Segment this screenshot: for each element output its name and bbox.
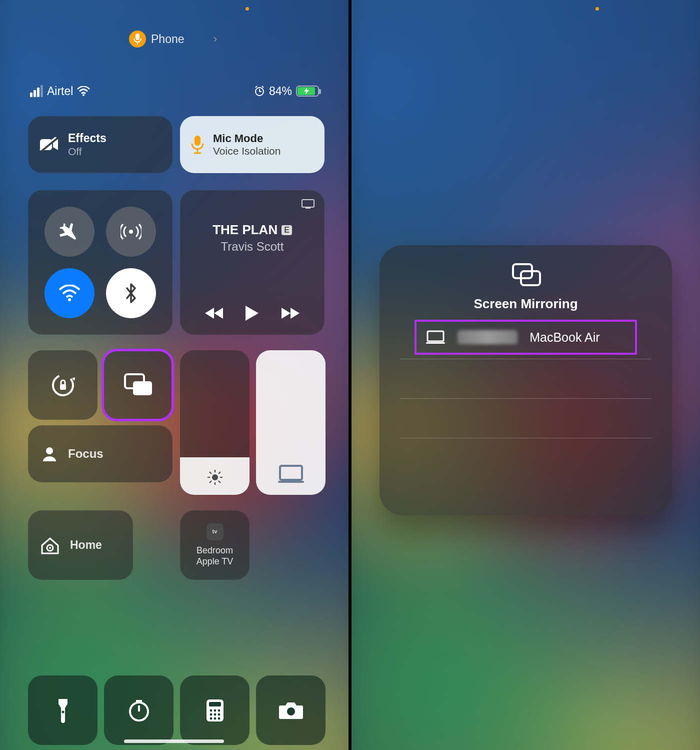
media-artist: Travis Scott: [190, 240, 314, 254]
screen-mirroring-sheet: Screen Mirroring MacBook Air: [380, 245, 672, 515]
battery-percent: 84%: [269, 85, 292, 98]
quick-actions-row: [28, 675, 326, 745]
panel-screen-mirroring: Screen Mirroring MacBook Air: [352, 0, 700, 750]
svg-point-51: [287, 707, 295, 715]
camera-button[interactable]: [256, 675, 326, 745]
active-app-pill[interactable]: Phone ›: [127, 29, 222, 49]
svg-rect-17: [306, 208, 310, 209]
focus-tile[interactable]: Focus: [28, 425, 172, 482]
airplane-toggle[interactable]: [44, 207, 94, 257]
svg-rect-31: [280, 466, 302, 480]
rewind-button[interactable]: [205, 307, 225, 320]
effects-tile[interactable]: Effects Off: [28, 116, 172, 173]
effects-sub: Off: [68, 145, 106, 158]
svg-point-50: [218, 717, 220, 719]
battery-icon: [296, 86, 319, 97]
laptop-output-icon: [256, 464, 326, 484]
home-icon: [40, 535, 60, 555]
svg-point-2: [82, 94, 84, 96]
mic-mode-sub: Voice Isolation: [213, 145, 280, 157]
carrier-label: Airtel: [47, 85, 73, 98]
sun-icon: [180, 469, 250, 486]
wifi-toggle[interactable]: [44, 268, 94, 318]
sheet-title: Screen Mirroring: [474, 296, 578, 312]
cellular-icon: [30, 85, 43, 97]
screen-mirroring-icon: [123, 373, 153, 397]
mic-mode-icon: [190, 135, 205, 155]
connectivity-tile[interactable]: [28, 190, 172, 335]
calculator-button[interactable]: [180, 675, 250, 745]
home-tile[interactable]: Home: [28, 510, 133, 580]
mic-mode-tile[interactable]: Mic Mode Voice Isolation: [180, 116, 324, 173]
svg-point-14: [129, 230, 133, 234]
svg-rect-16: [302, 200, 314, 207]
mic-indicator-dot: [596, 7, 599, 11]
divider-line: [400, 359, 652, 359]
flashlight-button[interactable]: [28, 675, 98, 745]
status-bar: Airtel 84%: [30, 82, 319, 100]
svg-line-7: [262, 86, 264, 88]
divider-line: [400, 438, 652, 438]
play-button[interactable]: [244, 305, 260, 322]
chevron-right-icon: ›: [214, 33, 217, 46]
active-app-label: Phone: [151, 33, 184, 46]
svg-point-43: [214, 709, 216, 711]
svg-point-33: [46, 447, 53, 454]
svg-point-48: [210, 717, 212, 719]
appletv-line1: Bedroom: [196, 545, 233, 556]
mic-mode-title: Mic Mode: [213, 132, 280, 145]
volume-slider[interactable]: [256, 350, 326, 495]
timer-button[interactable]: [104, 675, 174, 745]
svg-point-42: [210, 709, 212, 711]
svg-point-36: [62, 710, 64, 713]
mic-indicator-dot: [246, 7, 249, 11]
divider-line: [400, 398, 652, 399]
effects-title: Effects: [68, 131, 106, 146]
svg-line-27: [210, 472, 212, 474]
svg-point-47: [218, 713, 220, 715]
svg-line-28: [218, 481, 220, 483]
device-name: MacBook Air: [530, 330, 600, 345]
svg-point-22: [212, 474, 218, 480]
svg-rect-32: [278, 481, 304, 483]
orientation-lock-tile[interactable]: [28, 350, 98, 420]
svg-line-30: [210, 481, 212, 483]
bluetooth-toggle[interactable]: [106, 268, 156, 318]
panel-control-center: Phone › Airtel 84% Effects: [0, 0, 348, 750]
device-owner-redacted: [458, 330, 518, 344]
brightness-slider[interactable]: [180, 350, 250, 495]
svg-rect-0: [136, 34, 140, 40]
svg-point-44: [218, 709, 220, 711]
svg-point-45: [210, 713, 212, 715]
screen-mirroring-icon: [510, 262, 542, 287]
svg-rect-21: [133, 381, 152, 395]
orientation-lock-icon: [49, 371, 77, 399]
media-track: THE PLAN: [212, 222, 278, 238]
svg-line-29: [218, 472, 220, 474]
svg-point-35: [49, 547, 51, 549]
cellular-toggle[interactable]: [106, 207, 156, 257]
svg-rect-55: [426, 342, 445, 344]
laptop-icon: [426, 330, 446, 345]
svg-point-15: [68, 298, 71, 301]
appletv-icon: tv: [206, 523, 224, 540]
airplay-device-icon: [302, 199, 314, 209]
focus-label: Focus: [68, 447, 104, 461]
home-indicator[interactable]: [124, 739, 224, 743]
mirroring-device-item[interactable]: MacBook Air: [414, 320, 637, 355]
screen-mirroring-tile[interactable]: [103, 350, 172, 420]
svg-line-6: [256, 86, 257, 88]
svg-rect-41: [209, 702, 221, 706]
svg-point-49: [214, 717, 216, 719]
alarm-icon: [254, 86, 265, 97]
page: Phone › Airtel 84% Effects: [0, 0, 700, 750]
media-tile[interactable]: THE PLAN E Travis Scott: [180, 190, 324, 335]
appletv-remote-tile[interactable]: tv Bedroom Apple TV: [180, 510, 250, 580]
svg-rect-19: [60, 384, 66, 390]
forward-button[interactable]: [280, 307, 300, 320]
person-icon: [41, 445, 58, 462]
mic-icon: [129, 31, 146, 48]
wifi-icon: [77, 86, 90, 96]
appletv-line2: Apple TV: [196, 556, 234, 567]
svg-rect-54: [428, 331, 444, 341]
